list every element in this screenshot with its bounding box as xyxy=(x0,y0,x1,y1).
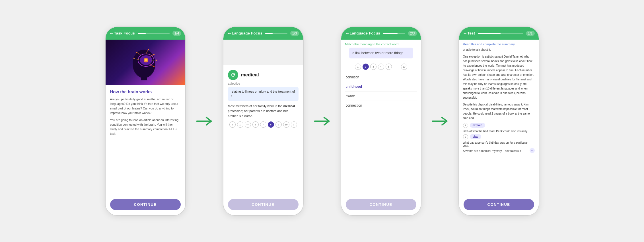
fill-text-2: what day a person's birthday was on for … xyxy=(463,141,535,147)
pag-next[interactable]: › xyxy=(291,121,297,128)
screen1-content: How the brain works Are you particularly… xyxy=(106,85,185,196)
arrow2-svg xyxy=(312,113,332,130)
fill-answer-1[interactable]: explain xyxy=(470,123,485,128)
screen1-continue-button[interactable]: CONTINUE xyxy=(110,199,181,210)
screen2-title: Language Focus xyxy=(232,31,263,35)
screen3-num-3[interactable]: 3 xyxy=(370,64,376,70)
screen4-progress-container xyxy=(478,33,523,34)
screens-container: ← Task Focus 1/4 xyxy=(17,27,627,215)
screen3-progress-container xyxy=(383,33,405,34)
screen1-back-arrow[interactable]: ← xyxy=(110,31,114,36)
screen4-body: Read this and complete the summary or ab… xyxy=(459,40,539,196)
screen1-phone: ← Task Focus 1/4 xyxy=(106,27,185,215)
fill-num-2: 2 xyxy=(463,134,468,139)
screen4-progress-fill xyxy=(478,33,500,34)
pag-8[interactable]: 8 xyxy=(268,121,274,128)
screen4-para1: One exception is autistic savant Daniel … xyxy=(463,54,535,100)
screen3-match-area: a link between two or more things xyxy=(349,48,413,58)
screen3-match-container: a link between two or more things xyxy=(341,48,421,64)
svg-point-12 xyxy=(148,49,149,50)
screen3-option-childhood[interactable]: childhood xyxy=(345,82,417,91)
screen2-progress-fill xyxy=(265,33,273,34)
screen1-image xyxy=(106,40,185,85)
screen2-content: medical adjective relating to illness or… xyxy=(223,65,303,196)
pag-prev[interactable]: ‹ xyxy=(229,121,236,128)
pag-10[interactable]: 10 xyxy=(283,121,289,128)
screen1-heading: How the brain works xyxy=(110,89,181,94)
svg-point-16 xyxy=(136,52,137,53)
screen4-scroll-indicator[interactable]: ∨ xyxy=(530,148,535,153)
word-icon-circle xyxy=(228,70,238,80)
svg-point-14 xyxy=(156,60,157,61)
screen3-phone: ← Language Focus 2/3 Match the meaning t… xyxy=(341,27,421,215)
screen3-num-5[interactable]: 5 xyxy=(386,64,392,70)
example-after: profession; her parents are doctors and … xyxy=(228,109,288,118)
screen2-continue-button[interactable]: CONTINUE xyxy=(228,199,299,210)
screen3-header: ← Language Focus 2/3 xyxy=(341,27,421,40)
screen4-back-arrow[interactable]: ← xyxy=(463,31,468,36)
screen3-title: Language Focus xyxy=(350,31,380,35)
screen4-text-area: or able to talk about it. One exception … xyxy=(459,48,539,196)
screen1-page-num: 1/4 xyxy=(172,31,181,36)
screen3-num-1[interactable]: 1 xyxy=(355,64,361,70)
fill-text-1: 98% of what he had read. Peek could also… xyxy=(463,130,528,133)
screen4-page-num: 1/1 xyxy=(526,31,535,36)
screen1-para2: You are going to read an article about a… xyxy=(110,118,181,136)
arrow2 xyxy=(312,113,332,130)
screen3-num-2[interactable]: 2 xyxy=(363,64,369,70)
svg-point-15 xyxy=(153,66,155,67)
word-definition: relating to illness or injury and the tr… xyxy=(228,87,299,101)
screen3-option-connection[interactable]: connection xyxy=(345,101,417,110)
screen2-back-arrow[interactable]: ← xyxy=(227,31,232,36)
screen3-back-arrow[interactable]: ← xyxy=(345,31,350,36)
word-title: medical xyxy=(241,72,259,78)
screen2-gray-area xyxy=(223,40,303,65)
screen3-body: Match the meaning to the correct word. a… xyxy=(341,40,421,196)
screen2-phone: ← Language Focus 1/3 medical adjective r… xyxy=(223,27,303,215)
pag-1[interactable]: 1 xyxy=(237,121,243,128)
screen4-title: Test xyxy=(468,31,475,35)
svg-point-13 xyxy=(153,54,155,55)
pag-7[interactable]: 7 xyxy=(260,121,266,128)
screen3-page-num: 2/3 xyxy=(408,31,417,36)
word-example: Most members of her family work in the m… xyxy=(228,104,299,119)
screen4-continue-button[interactable]: CONTINUE xyxy=(464,199,534,210)
screen2-footer: CONTINUE xyxy=(223,196,303,215)
screen3-option-condition[interactable]: condition xyxy=(345,73,417,82)
screen1-progress-container xyxy=(138,33,170,34)
arrow3-svg xyxy=(430,113,450,130)
screen1-footer: CONTINUE xyxy=(106,196,185,215)
arrow1 xyxy=(194,113,214,130)
screen3-numbers: 1 2 3 4 5 ... 10 xyxy=(345,64,417,70)
screen4-para0: or able to talk about it. xyxy=(463,48,535,52)
screen3-num-10[interactable]: 10 xyxy=(401,64,407,70)
svg-rect-1 xyxy=(141,76,147,80)
brain-illustration xyxy=(125,42,165,82)
fill-num-1: 1 xyxy=(463,123,468,128)
screen4-phone: ← Test 1/1 Read this and complete the su… xyxy=(459,27,539,215)
pag-dash: — xyxy=(245,121,251,128)
screen3-continue-button[interactable]: CONTINUE xyxy=(346,199,416,210)
screen4-final-row: Savants are a medical mystery. Their tal… xyxy=(463,149,535,153)
screen4-footer: CONTINUE xyxy=(459,196,539,215)
screen4-final-text: Savants are a medical mystery. Their tal… xyxy=(463,149,530,153)
screen3-options: condition childhood aware connection xyxy=(341,73,421,196)
screen3-num-dots: ... xyxy=(393,64,400,70)
screen2-page-num: 1/3 xyxy=(290,31,299,36)
svg-point-11 xyxy=(145,59,147,61)
pag-9[interactable]: 9 xyxy=(275,121,282,128)
word-card: medical xyxy=(228,70,299,80)
screen4-header: ← Test 1/1 xyxy=(459,27,539,40)
arrow3 xyxy=(430,113,450,130)
svg-point-17 xyxy=(133,58,135,59)
pagination: ‹ 1 — 6 7 8 9 10 › xyxy=(228,121,299,128)
example-keyword: medical xyxy=(283,104,295,108)
screen1-para1: Are you particularly good at maths, art,… xyxy=(110,97,181,115)
screen3-option-aware[interactable]: aware xyxy=(345,91,417,101)
screen4-instruction: Read this and complete the summary xyxy=(459,40,539,48)
fill-answer-2[interactable]: play xyxy=(470,134,481,139)
word-pos: adjective xyxy=(228,82,299,85)
example-before: Most members of her family work in the xyxy=(228,104,283,108)
pag-6[interactable]: 6 xyxy=(252,121,259,128)
screen3-num-4[interactable]: 4 xyxy=(378,64,384,70)
